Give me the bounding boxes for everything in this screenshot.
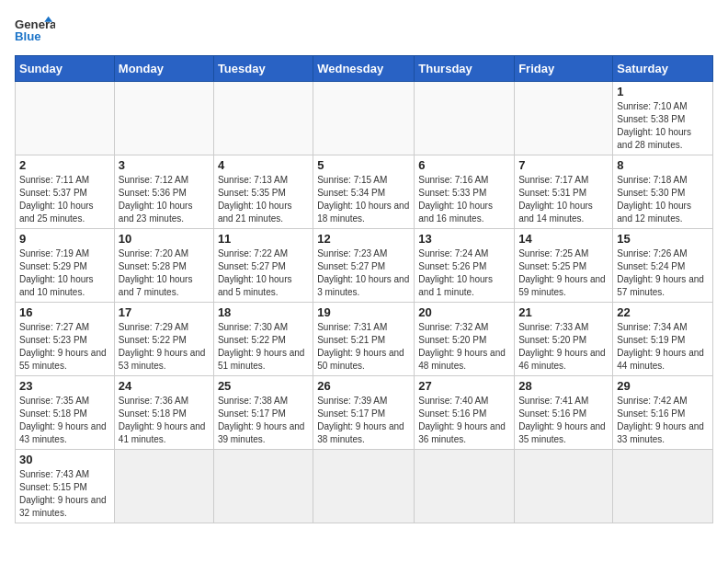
calendar-cell: 28Sunrise: 7:41 AM Sunset: 5:16 PM Dayli… [515,376,613,450]
logo: General Blue [15,15,55,48]
day-number: 11 [218,232,309,246]
day-info: Sunrise: 7:41 AM Sunset: 5:16 PM Dayligh… [518,395,609,446]
day-info: Sunrise: 7:18 AM Sunset: 5:30 PM Dayligh… [617,174,709,225]
column-header-saturday: Saturday [613,56,713,82]
calendar-cell: 10Sunrise: 7:20 AM Sunset: 5:28 PM Dayli… [114,229,213,303]
calendar-cell: 3Sunrise: 7:12 AM Sunset: 5:36 PM Daylig… [114,155,213,229]
calendar-cell: 18Sunrise: 7:30 AM Sunset: 5:22 PM Dayli… [213,303,313,376]
calendar-cell: 23Sunrise: 7:35 AM Sunset: 5:18 PM Dayli… [16,376,115,450]
day-number: 4 [218,158,309,172]
day-info: Sunrise: 7:43 AM Sunset: 5:15 PM Dayligh… [19,468,110,520]
day-info: Sunrise: 7:23 AM Sunset: 5:27 PM Dayligh… [317,247,410,299]
day-number: 7 [518,158,609,172]
day-number: 24 [119,379,210,393]
day-info: Sunrise: 7:26 AM Sunset: 5:24 PM Dayligh… [617,247,709,299]
calendar-cell: 1Sunrise: 7:10 AM Sunset: 5:38 PM Daylig… [613,82,713,155]
column-header-monday: Monday [114,56,213,82]
calendar-cell: 14Sunrise: 7:25 AM Sunset: 5:25 PM Dayli… [515,229,613,303]
day-info: Sunrise: 7:22 AM Sunset: 5:27 PM Dayligh… [218,247,309,299]
day-number: 9 [19,232,110,246]
day-info: Sunrise: 7:11 AM Sunset: 5:37 PM Dayligh… [19,174,110,225]
calendar-cell: 21Sunrise: 7:33 AM Sunset: 5:20 PM Dayli… [515,303,613,376]
calendar-cell: 26Sunrise: 7:39 AM Sunset: 5:17 PM Dayli… [313,376,415,450]
day-info: Sunrise: 7:24 AM Sunset: 5:26 PM Dayligh… [418,247,510,299]
day-number: 13 [418,232,510,246]
calendar-week-1: 1Sunrise: 7:10 AM Sunset: 5:38 PM Daylig… [16,82,713,155]
day-number: 16 [19,305,110,319]
day-info: Sunrise: 7:29 AM Sunset: 5:22 PM Dayligh… [119,321,210,373]
calendar-cell: 22Sunrise: 7:34 AM Sunset: 5:19 PM Dayli… [613,303,713,376]
day-number: 12 [317,232,410,246]
day-number: 6 [418,158,510,172]
calendar-cell: 29Sunrise: 7:42 AM Sunset: 5:16 PM Dayli… [613,376,713,450]
calendar-week-5: 23Sunrise: 7:35 AM Sunset: 5:18 PM Dayli… [16,376,713,450]
calendar-cell [515,450,613,523]
day-number: 28 [518,379,609,393]
calendar-cell [515,82,613,155]
calendar-header-row: SundayMondayTuesdayWednesdayThursdayFrid… [16,56,713,82]
calendar-week-3: 9Sunrise: 7:19 AM Sunset: 5:29 PM Daylig… [16,229,713,303]
day-info: Sunrise: 7:40 AM Sunset: 5:16 PM Dayligh… [418,395,510,446]
calendar-cell [415,450,515,523]
day-info: Sunrise: 7:25 AM Sunset: 5:25 PM Dayligh… [518,247,609,299]
day-info: Sunrise: 7:10 AM Sunset: 5:38 PM Dayligh… [617,100,709,152]
day-number: 10 [119,232,210,246]
calendar-cell [213,450,313,523]
calendar-cell [415,82,515,155]
calendar-cell: 6Sunrise: 7:16 AM Sunset: 5:33 PM Daylig… [415,155,515,229]
day-number: 29 [617,379,709,393]
calendar-cell: 16Sunrise: 7:27 AM Sunset: 5:23 PM Dayli… [16,303,115,376]
column-header-friday: Friday [515,56,613,82]
calendar-cell: 4Sunrise: 7:13 AM Sunset: 5:35 PM Daylig… [213,155,313,229]
calendar-week-4: 16Sunrise: 7:27 AM Sunset: 5:23 PM Dayli… [16,303,713,376]
day-info: Sunrise: 7:32 AM Sunset: 5:20 PM Dayligh… [418,321,510,373]
calendar-cell: 27Sunrise: 7:40 AM Sunset: 5:16 PM Dayli… [415,376,515,450]
calendar-table: SundayMondayTuesdayWednesdayThursdayFrid… [15,55,713,523]
day-number: 14 [518,232,609,246]
calendar-cell: 25Sunrise: 7:38 AM Sunset: 5:17 PM Dayli… [213,376,313,450]
day-info: Sunrise: 7:27 AM Sunset: 5:23 PM Dayligh… [19,321,110,373]
day-info: Sunrise: 7:36 AM Sunset: 5:18 PM Dayligh… [119,395,210,446]
day-info: Sunrise: 7:35 AM Sunset: 5:18 PM Dayligh… [19,395,110,446]
calendar-cell: 15Sunrise: 7:26 AM Sunset: 5:24 PM Dayli… [613,229,713,303]
calendar-cell: 30Sunrise: 7:43 AM Sunset: 5:15 PM Dayli… [16,450,115,523]
calendar-cell: 20Sunrise: 7:32 AM Sunset: 5:20 PM Dayli… [415,303,515,376]
calendar-cell [114,82,213,155]
calendar-cell [313,82,415,155]
day-number: 19 [317,305,410,319]
calendar-cell [213,82,313,155]
calendar-cell: 5Sunrise: 7:15 AM Sunset: 5:34 PM Daylig… [313,155,415,229]
day-number: 18 [218,305,309,319]
generalblue-logo-icon: General Blue [15,15,55,48]
column-header-tuesday: Tuesday [213,56,313,82]
calendar-cell [114,450,213,523]
day-number: 5 [317,158,410,172]
calendar-cell [613,450,713,523]
day-number: 30 [19,453,110,466]
calendar-week-6: 30Sunrise: 7:43 AM Sunset: 5:15 PM Dayli… [16,450,713,523]
day-number: 21 [518,305,609,319]
column-header-thursday: Thursday [415,56,515,82]
calendar-cell: 13Sunrise: 7:24 AM Sunset: 5:26 PM Dayli… [415,229,515,303]
calendar-cell: 2Sunrise: 7:11 AM Sunset: 5:37 PM Daylig… [16,155,115,229]
day-number: 27 [418,379,510,393]
calendar-cell: 19Sunrise: 7:31 AM Sunset: 5:21 PM Dayli… [313,303,415,376]
calendar-cell: 8Sunrise: 7:18 AM Sunset: 5:30 PM Daylig… [613,155,713,229]
column-header-sunday: Sunday [16,56,115,82]
column-header-wednesday: Wednesday [313,56,415,82]
day-info: Sunrise: 7:17 AM Sunset: 5:31 PM Dayligh… [518,174,609,225]
day-number: 26 [317,379,410,393]
day-info: Sunrise: 7:19 AM Sunset: 5:29 PM Dayligh… [19,247,110,299]
day-info: Sunrise: 7:12 AM Sunset: 5:36 PM Dayligh… [119,174,210,225]
calendar-week-2: 2Sunrise: 7:11 AM Sunset: 5:37 PM Daylig… [16,155,713,229]
calendar-cell [16,82,115,155]
day-number: 2 [19,158,110,172]
day-info: Sunrise: 7:39 AM Sunset: 5:17 PM Dayligh… [317,395,410,446]
calendar-cell: 7Sunrise: 7:17 AM Sunset: 5:31 PM Daylig… [515,155,613,229]
page-header: General Blue [15,15,713,48]
day-info: Sunrise: 7:30 AM Sunset: 5:22 PM Dayligh… [218,321,309,373]
svg-text:Blue: Blue [15,29,41,43]
calendar-cell: 9Sunrise: 7:19 AM Sunset: 5:29 PM Daylig… [16,229,115,303]
day-number: 23 [19,379,110,393]
day-info: Sunrise: 7:13 AM Sunset: 5:35 PM Dayligh… [218,174,309,225]
